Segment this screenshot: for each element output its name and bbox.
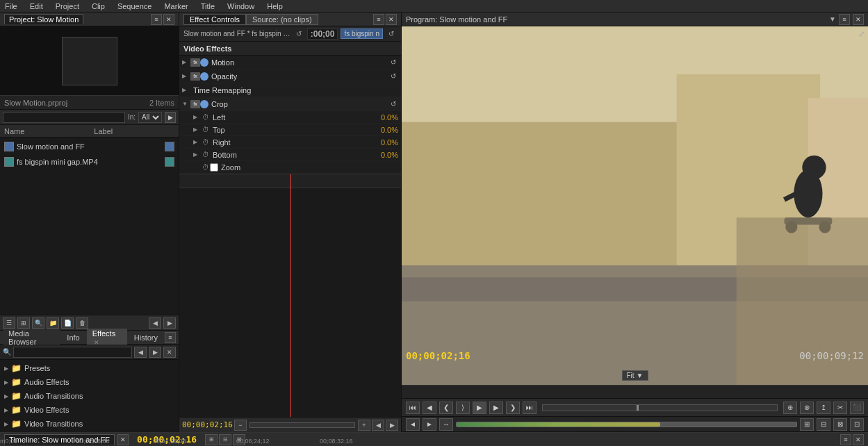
- reset-all-btn[interactable]: ↺: [293, 28, 304, 40]
- effects-category-video-effects[interactable]: ▶ 📁 Video Effects: [0, 403, 179, 417]
- menu-clip[interactable]: Clip: [90, 1, 107, 11]
- ec-scroll-left-btn[interactable]: ◀: [372, 420, 384, 431]
- top-expand-btn[interactable]: ▶: [193, 126, 202, 133]
- delete-btn[interactable]: 🗑: [76, 317, 88, 329]
- tab-media-browser[interactable]: Media Browser: [3, 329, 60, 347]
- effects-search-clear-btn[interactable]: ✕: [163, 347, 176, 358]
- project-panel-close-btn[interactable]: ✕: [163, 14, 174, 25]
- search-arrow-btn[interactable]: ▶: [165, 112, 176, 123]
- menu-file[interactable]: File: [3, 1, 19, 11]
- project-tab[interactable]: Project: Slow Motion: [4, 14, 83, 24]
- timeline-panel-close-btn[interactable]: ✕: [853, 434, 864, 445]
- bottom-prop-value[interactable]: 0.0%: [370, 151, 398, 159]
- ec-scroll-right-btn[interactable]: ▶: [386, 420, 398, 431]
- timeline-panel-menu-btn[interactable]: ≡: [840, 434, 851, 445]
- menu-project[interactable]: Project: [54, 1, 81, 11]
- lift-btn[interactable]: ↥: [817, 402, 830, 414]
- opacity-reset-btn[interactable]: ↺: [388, 72, 398, 81]
- tl-clip-btn[interactable]: ⊞: [205, 434, 218, 445]
- fullscreen-btn[interactable]: ⤢: [858, 29, 865, 39]
- mark-in-btn[interactable]: ❮: [439, 402, 453, 414]
- search-btn[interactable]: 🔍: [32, 317, 44, 329]
- go-to-previous-marker-btn[interactable]: ►: [423, 418, 436, 431]
- crop-reset-btn[interactable]: ↺: [388, 99, 398, 109]
- program-panel-close-btn[interactable]: ✕: [853, 14, 864, 25]
- list-item[interactable]: fs bigspin mini gap.MP4: [0, 154, 179, 170]
- search-in-select[interactable]: All: [138, 112, 162, 123]
- jog-wheel[interactable]: [542, 404, 778, 411]
- icon-view-btn[interactable]: ⊞: [17, 317, 30, 329]
- effects-category-audio-effects[interactable]: ▶ 📁 Audio Effects: [0, 375, 179, 389]
- tl-track-select-btn[interactable]: ⊟: [219, 434, 231, 445]
- right-expand-btn[interactable]: ▶: [193, 139, 202, 145]
- left-prop-value[interactable]: 0.0%: [370, 113, 398, 122]
- menu-help[interactable]: Help: [265, 1, 285, 11]
- trim-btn[interactable]: ⊡: [850, 418, 864, 431]
- effects-category-video-transitions[interactable]: ▶ 📁 Video Transitions: [0, 417, 179, 431]
- program-menu-btn[interactable]: ▼: [829, 15, 836, 23]
- effects-search-right-btn[interactable]: ▶: [149, 347, 161, 358]
- play-btn[interactable]: ▶: [473, 402, 486, 414]
- go-to-out-btn[interactable]: ⏭: [523, 402, 537, 414]
- list-item[interactable]: Slow motion and FF: [0, 139, 179, 154]
- timeline-close-tab-btn[interactable]: ✕: [117, 434, 129, 445]
- ec-zoom-in-btn[interactable]: +: [358, 420, 370, 431]
- tab-info[interactable]: Info: [61, 333, 85, 342]
- bottom-expand-btn[interactable]: ▶: [193, 151, 202, 158]
- step-back-btn[interactable]: ◀: [423, 402, 436, 414]
- mark-out-btn[interactable]: ❯: [506, 402, 520, 414]
- output-btn[interactable]: ⊟: [817, 418, 830, 431]
- next-btn[interactable]: ▶: [163, 317, 176, 329]
- left-expand-btn[interactable]: ▶: [193, 114, 202, 120]
- effects-category-presets[interactable]: ▶ 📁 Presets: [0, 361, 179, 375]
- go-to-in-btn[interactable]: ⏮: [406, 402, 420, 414]
- menu-marker[interactable]: Marker: [162, 1, 190, 11]
- opacity-expand-btn[interactable]: ▶: [182, 73, 190, 79]
- menu-sequence[interactable]: Sequence: [115, 1, 154, 11]
- overwrite-btn[interactable]: ⊗: [800, 402, 814, 414]
- effects-search-left-btn[interactable]: ◀: [134, 347, 147, 358]
- play-in-to-out-btn[interactable]: ⟩: [456, 402, 470, 414]
- tab-effect-controls[interactable]: Effect Controls: [183, 14, 246, 25]
- top-stopwatch[interactable]: ⏱: [202, 126, 210, 134]
- settings-btn[interactable]: ⊠: [833, 418, 847, 431]
- export-btn[interactable]: ⬛: [850, 402, 864, 414]
- effects-search-input[interactable]: [13, 347, 132, 358]
- menu-window[interactable]: Window: [225, 1, 256, 11]
- bottom-stopwatch[interactable]: ⏱: [202, 151, 210, 159]
- prev-btn[interactable]: ◀: [149, 317, 161, 329]
- right-prop-value[interactable]: 0.0%: [370, 138, 398, 147]
- zoom-checkbox[interactable]: [210, 163, 218, 172]
- new-item-btn[interactable]: 📄: [61, 317, 74, 329]
- list-view-btn[interactable]: ☰: [3, 317, 15, 329]
- effects-category-audio-transitions[interactable]: ▶ 📁 Audio Transitions: [0, 389, 179, 403]
- project-panel-menu-btn[interactable]: ≡: [151, 14, 162, 25]
- fit-dropdown[interactable]: Fit ▼: [621, 370, 648, 381]
- search-input[interactable]: [3, 112, 125, 123]
- motion-expand-btn[interactable]: ▶: [182, 59, 190, 65]
- safe-margins-btn[interactable]: ⊞: [800, 418, 814, 431]
- tab-source[interactable]: Source: (no clips): [246, 14, 318, 25]
- crop-expand-btn[interactable]: ▼: [182, 101, 190, 107]
- add-marker-btn[interactable]: ◄: [406, 418, 420, 431]
- time-remapping-expand-btn[interactable]: ▶: [182, 87, 190, 93]
- right-stopwatch[interactable]: ⏱: [202, 138, 210, 147]
- ec-zoom-slider[interactable]: [249, 422, 355, 428]
- menu-title[interactable]: Title: [199, 1, 217, 11]
- top-prop-value[interactable]: 0.0%: [370, 126, 398, 134]
- tab-effects[interactable]: Effects ✕: [87, 329, 127, 347]
- insert-btn[interactable]: ⊕: [783, 402, 797, 414]
- folder-btn[interactable]: 📁: [47, 317, 59, 329]
- tab-history[interactable]: History: [129, 333, 163, 342]
- ec-zoom-out-btn[interactable]: −: [234, 420, 247, 431]
- ec-panel-menu-btn[interactable]: ≡: [373, 14, 384, 25]
- program-panel-menu-btn[interactable]: ≡: [839, 14, 850, 25]
- left-stopwatch[interactable]: ⏱: [202, 113, 210, 122]
- extract-btn[interactable]: ✂: [833, 402, 847, 414]
- goto-btn[interactable]: ↺: [386, 28, 397, 40]
- effects-panel-menu-btn[interactable]: ≡: [165, 332, 176, 343]
- motion-reset-btn[interactable]: ↺: [388, 58, 398, 67]
- ec-panel-close-btn[interactable]: ✕: [386, 14, 397, 25]
- go-to-next-marker-btn[interactable]: ↔: [439, 418, 453, 431]
- menu-edit[interactable]: Edit: [28, 1, 45, 11]
